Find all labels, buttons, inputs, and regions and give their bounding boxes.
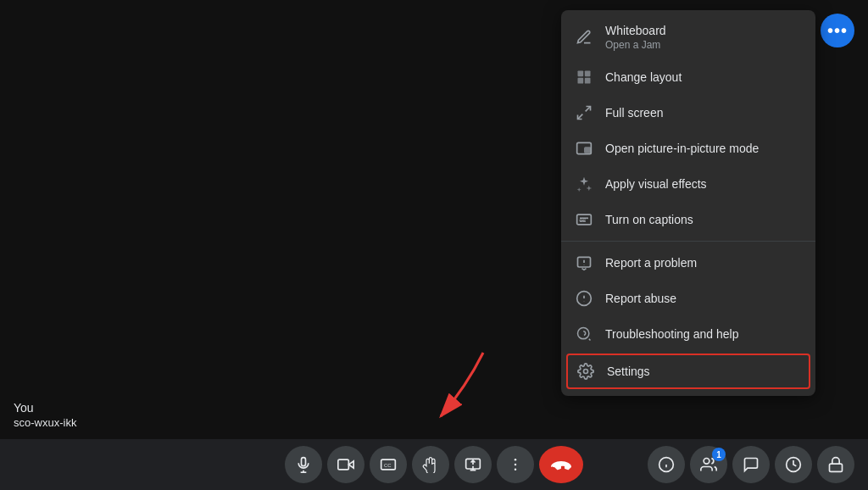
menu-item-settings[interactable]: Settings [566,354,810,389]
more-options-button[interactable] [497,446,534,483]
report-problem-label: Report a problem [605,256,802,270]
svg-point-31 [515,464,517,466]
whiteboard-sublabel: Open a Jam [605,39,666,51]
cc-icon: CC [380,456,397,473]
settings-icon [576,362,595,381]
present-icon [465,456,481,473]
report-problem-icon [575,253,593,272]
menu-item-captions[interactable]: CC Turn on captions [561,202,815,237]
svg-rect-38 [830,464,843,471]
menu-item-whiteboard[interactable]: Whiteboard Open a Jam [561,15,815,59]
svg-rect-22 [302,458,306,466]
svg-text:CC: CC [384,463,391,468]
chat-button[interactable] [732,446,770,483]
change-layout-icon [575,68,593,86]
toolbar-right: 1 [648,446,854,483]
raise-hand-button[interactable] [412,446,449,483]
menu-item-full-screen[interactable]: Full screen [561,95,815,131]
svg-rect-7 [585,148,591,153]
menu-item-visual-effects[interactable]: Apply visual effects [561,166,815,202]
hand-icon [422,456,439,473]
svg-text:CC: CC [579,218,586,223]
camera-icon [337,456,354,473]
lock-button[interactable] [817,446,854,483]
svg-point-36 [704,459,709,465]
more-dots-icon: ••• [827,21,848,41]
svg-point-17 [584,301,585,302]
svg-point-32 [515,469,517,471]
svg-rect-3 [585,78,591,84]
menu-item-pip[interactable]: Open picture-in-picture mode [561,131,815,166]
pip-icon [575,139,593,158]
pip-label: Open picture-in-picture mode [605,142,802,155]
whiteboard-label: Whiteboard [605,24,666,37]
more-options-icon [507,456,524,473]
activities-icon [785,456,802,473]
menu-item-troubleshooting[interactable]: Troubleshooting and help [561,316,815,352]
people-badge: 1 [712,448,726,461]
svg-rect-1 [585,71,591,77]
lock-icon [827,456,844,473]
mic-icon [295,456,312,473]
menu-divider-1 [561,241,815,242]
svg-point-30 [515,459,517,461]
top-right-more-button[interactable]: ••• [821,14,854,47]
end-call-icon [551,458,571,471]
change-layout-label: Change layout [605,70,802,84]
menu-item-report-problem[interactable]: Report a problem [561,245,815,281]
captions-menu-label: Turn on captions [605,213,802,226]
end-call-button[interactable] [539,446,583,483]
svg-line-4 [586,107,591,112]
full-screen-icon [575,103,593,122]
mic-button[interactable] [285,446,322,483]
camera-button[interactable] [327,446,364,483]
visual-effects-icon [575,175,593,193]
present-button[interactable] [454,446,492,483]
report-abuse-icon [575,289,593,308]
visual-effects-label: Apply visual effects [605,177,802,191]
info-button[interactable] [648,446,685,483]
svg-point-19 [583,337,584,338]
chat-icon [743,456,760,473]
svg-point-20 [584,370,588,374]
troubleshooting-icon [575,325,593,343]
menu-item-report-abuse[interactable]: Report abuse [561,281,815,316]
svg-line-5 [578,114,583,120]
full-screen-label: Full screen [605,106,802,120]
settings-label: Settings [607,365,800,378]
meeting-code: sco-wxux-ikk [14,416,76,429]
participant-info: You sco-wxux-ikk [14,401,76,429]
menu-item-change-layout[interactable]: Change layout [561,59,815,95]
toolbar: CC [0,439,868,490]
svg-rect-0 [578,71,584,77]
report-abuse-label: Report abuse [605,292,802,305]
troubleshooting-label: Troubleshooting and help [605,327,802,341]
svg-point-14 [584,264,585,265]
participant-label: You [14,401,76,415]
svg-rect-2 [578,78,584,84]
info-icon [658,456,675,473]
captions-menu-icon: CC [575,210,593,229]
whiteboard-icon [575,28,593,47]
captions-button[interactable]: CC [370,446,407,483]
dropdown-menu: Whiteboard Open a Jam Change layout Full [561,10,815,396]
activities-button[interactable] [775,446,812,483]
svg-rect-25 [338,459,349,470]
people-button[interactable]: 1 [690,446,727,483]
